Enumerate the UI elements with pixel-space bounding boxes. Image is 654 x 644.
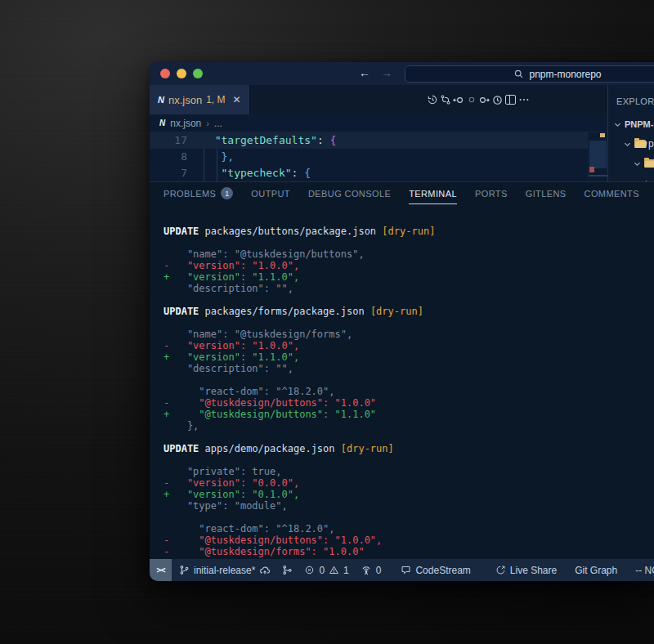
panel-tab-bar: PROBLEMS1OUTPUTDEBUG CONSOLETERMINALPORT… xyxy=(150,181,654,204)
live-share-label: Live Share xyxy=(510,565,557,576)
nav-back-icon[interactable]: ← xyxy=(359,66,370,79)
explorer-folder-item[interactable]: packages xyxy=(608,134,654,154)
panel-tab-terminal[interactable]: TERMINAL xyxy=(409,189,457,204)
indent-guide xyxy=(204,149,204,181)
breadcrumb-file[interactable]: nx.json xyxy=(170,118,201,129)
tab-close-icon[interactable]: ✕ xyxy=(233,94,241,105)
explorer-folder-item[interactable] xyxy=(608,154,654,173)
terminal-line: "private": true, xyxy=(164,466,654,477)
terminal-line xyxy=(164,237,654,248)
line-number: 8 xyxy=(150,149,187,165)
terminal-line: "name": "@tuskdesign/buttons", xyxy=(164,248,654,260)
panel-tab-output[interactable]: OUTPUT xyxy=(251,189,290,199)
terminal-line: "name": "@tuskdesign/forms", xyxy=(164,329,654,340)
breadcrumb-rest[interactable]: ... xyxy=(214,118,222,129)
panel-tab-gitlens[interactable]: GITLENS xyxy=(526,189,567,199)
chevron-down-icon xyxy=(633,159,642,168)
breadcrumb-separator: › xyxy=(206,119,209,128)
error-count: 0 xyxy=(319,565,325,576)
editor-toolbar xyxy=(426,93,530,106)
remote-indicator[interactable]: >< xyxy=(150,559,172,581)
code-editor[interactable]: 17 "targetDefaults": {8 },7 "typecheck":… xyxy=(150,132,607,181)
minimap-divider xyxy=(589,175,607,177)
panel-tab-ports[interactable]: PORTS xyxy=(475,189,508,199)
terminal-line: - "@tuskdesign/buttons": "1.0.0" xyxy=(164,397,654,409)
search-icon xyxy=(513,69,524,79)
terminal-line: - "version": "1.0.0", xyxy=(164,260,654,271)
tab-filename: nx.json xyxy=(168,94,202,106)
terminal-line: + "version": "0.1.0", xyxy=(164,489,654,500)
minimap-warning-mark xyxy=(600,133,605,137)
git-graph-item[interactable]: Git Graph xyxy=(575,565,617,576)
status-bar: >< initial-release* 0 1 0 CodeStream Liv… xyxy=(150,559,654,581)
warning-icon xyxy=(329,565,339,575)
change-dot-icon xyxy=(465,93,477,106)
timeline-history-icon[interactable] xyxy=(426,93,438,106)
terminal-line: "react-dom": "^18.2.0", xyxy=(164,386,654,397)
minimize-window-button[interactable] xyxy=(177,69,186,78)
terminal-line: UPDATE packages/forms/package.json [dry-… xyxy=(164,306,654,317)
panel-tab-debug-console[interactable]: DEBUG CONSOLE xyxy=(308,189,391,199)
git-graph-label: Git Graph xyxy=(575,565,617,576)
vim-mode-item: -- NORM xyxy=(635,565,654,576)
terminal-line: UPDATE packages/buttons/package.json [dr… xyxy=(164,226,654,237)
live-share-icon xyxy=(495,565,506,575)
command-center-search[interactable]: pnpm-monorepo xyxy=(405,65,654,83)
terminal-line: "react-dom": "^18.2.0", xyxy=(164,523,654,534)
terminal-line: UPDATE apps/demo/package.json [dry-run] xyxy=(164,443,654,454)
git-merge-icon xyxy=(282,565,293,575)
explorer-folder-item[interactable] xyxy=(608,173,654,181)
chevron-down-icon xyxy=(613,120,622,129)
code-text: "typecheck": { xyxy=(187,165,311,181)
chevron-down-icon xyxy=(623,140,632,149)
codestream-item[interactable]: CodeStream xyxy=(401,565,470,576)
explorer-root-item[interactable]: PNPM-MONOREPO xyxy=(608,114,654,134)
line-number: 7 xyxy=(150,165,187,181)
panel-tab-comments[interactable]: COMMENTS xyxy=(585,189,639,199)
publish-cloud-icon[interactable] xyxy=(259,565,271,576)
panel-tab-problems[interactable]: PROBLEMS1 xyxy=(164,187,233,199)
terminal-line: "type": "module", xyxy=(164,500,654,512)
zoom-window-button[interactable] xyxy=(193,69,203,78)
next-change-icon[interactable] xyxy=(478,93,490,106)
terminal-line xyxy=(164,317,654,329)
close-window-button[interactable] xyxy=(160,69,170,78)
terminal-line: - "version": "1.0.0", xyxy=(164,340,654,351)
git-compare-icon[interactable] xyxy=(439,93,451,106)
split-editor-icon[interactable] xyxy=(504,93,517,106)
terminal-line: "description": "", xyxy=(164,363,654,374)
git-branch-item[interactable]: initial-release* xyxy=(179,565,271,576)
nx-file-icon: N xyxy=(158,95,164,105)
nav-forward-icon[interactable]: → xyxy=(381,66,392,79)
terminal-line xyxy=(164,454,654,466)
live-share-item[interactable]: Live Share xyxy=(495,565,557,576)
search-value: pnpm-monorepo xyxy=(529,69,601,80)
branch-name: initial-release* xyxy=(194,565,255,576)
gitlens-compare-item[interactable] xyxy=(282,565,293,575)
minimap[interactable] xyxy=(588,132,607,181)
warning-count: 1 xyxy=(343,565,349,576)
vim-mode-label: -- NORM xyxy=(635,565,654,576)
folder-icon xyxy=(634,140,646,148)
broadcast-status-item[interactable]: 0 xyxy=(361,565,382,576)
editor-line[interactable]: 7 "typecheck": { xyxy=(150,165,607,181)
minimap-viewport[interactable] xyxy=(589,141,607,168)
more-actions-icon[interactable] xyxy=(517,93,530,106)
breadcrumb[interactable]: N nx.json › ... xyxy=(150,114,607,132)
explorer-tree: PNPM-MONOREPOpackages xyxy=(608,114,654,181)
editor-line[interactable]: 17 "targetDefaults": { xyxy=(150,132,607,149)
problems-count-badge: 1 xyxy=(221,187,233,199)
terminal-line xyxy=(164,432,654,443)
explorer-header: EXPLORER xyxy=(608,85,654,106)
previous-change-icon[interactable] xyxy=(452,93,464,106)
indent-guide xyxy=(217,149,217,181)
tab-nx-json[interactable]: N nx.json 1, M ✕ xyxy=(150,85,250,114)
terminal-line: - "@tuskdesign/forms": "1.0.0" xyxy=(164,546,654,557)
nx-file-icon: N xyxy=(159,119,165,127)
title-bar: ← → pnpm-monorepo xyxy=(150,62,654,85)
codestream-label: CodeStream xyxy=(415,565,470,576)
terminal-output[interactable]: UPDATE packages/buttons/package.json [dr… xyxy=(150,204,654,559)
open-timeline-icon[interactable] xyxy=(491,93,504,106)
problems-status-item[interactable]: 0 1 xyxy=(304,565,348,576)
editor-line[interactable]: 8 }, xyxy=(150,149,607,165)
